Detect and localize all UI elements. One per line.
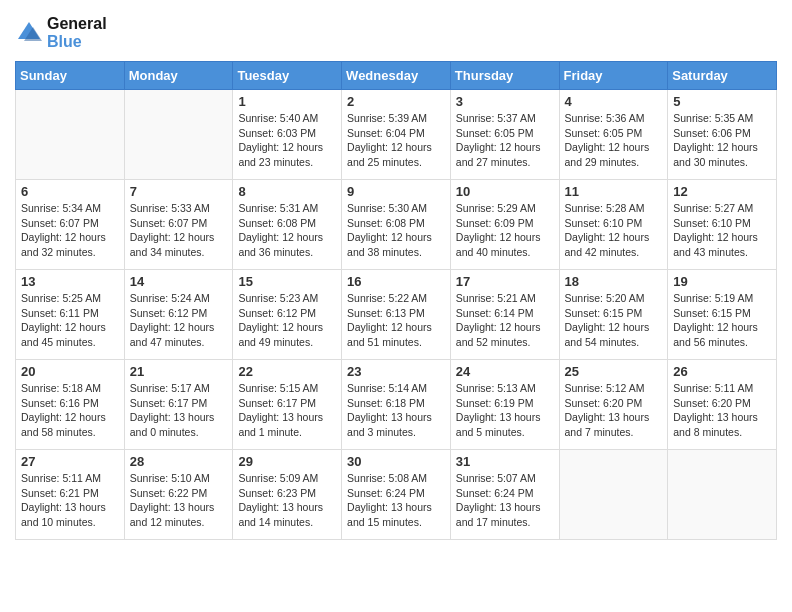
day-detail: Sunrise: 5:09 AMSunset: 6:23 PMDaylight:… bbox=[238, 471, 336, 530]
calendar-cell: 11Sunrise: 5:28 AMSunset: 6:10 PMDayligh… bbox=[559, 180, 668, 270]
calendar-cell: 16Sunrise: 5:22 AMSunset: 6:13 PMDayligh… bbox=[342, 270, 451, 360]
calendar-cell bbox=[668, 450, 777, 540]
day-number: 5 bbox=[673, 94, 771, 109]
day-number: 14 bbox=[130, 274, 228, 289]
day-number: 21 bbox=[130, 364, 228, 379]
calendar-cell: 26Sunrise: 5:11 AMSunset: 6:20 PMDayligh… bbox=[668, 360, 777, 450]
calendar-cell: 15Sunrise: 5:23 AMSunset: 6:12 PMDayligh… bbox=[233, 270, 342, 360]
day-number: 1 bbox=[238, 94, 336, 109]
day-detail: Sunrise: 5:21 AMSunset: 6:14 PMDaylight:… bbox=[456, 291, 554, 350]
day-number: 26 bbox=[673, 364, 771, 379]
calendar-cell: 1Sunrise: 5:40 AMSunset: 6:03 PMDaylight… bbox=[233, 90, 342, 180]
calendar-cell: 31Sunrise: 5:07 AMSunset: 6:24 PMDayligh… bbox=[450, 450, 559, 540]
day-detail: Sunrise: 5:19 AMSunset: 6:15 PMDaylight:… bbox=[673, 291, 771, 350]
calendar-cell: 12Sunrise: 5:27 AMSunset: 6:10 PMDayligh… bbox=[668, 180, 777, 270]
logo-icon bbox=[15, 19, 43, 47]
calendar-cell: 24Sunrise: 5:13 AMSunset: 6:19 PMDayligh… bbox=[450, 360, 559, 450]
day-number: 16 bbox=[347, 274, 445, 289]
day-number: 23 bbox=[347, 364, 445, 379]
calendar-table: SundayMondayTuesdayWednesdayThursdayFrid… bbox=[15, 61, 777, 540]
day-detail: Sunrise: 5:13 AMSunset: 6:19 PMDaylight:… bbox=[456, 381, 554, 440]
day-detail: Sunrise: 5:15 AMSunset: 6:17 PMDaylight:… bbox=[238, 381, 336, 440]
calendar-cell: 25Sunrise: 5:12 AMSunset: 6:20 PMDayligh… bbox=[559, 360, 668, 450]
day-detail: Sunrise: 5:35 AMSunset: 6:06 PMDaylight:… bbox=[673, 111, 771, 170]
day-number: 12 bbox=[673, 184, 771, 199]
day-number: 15 bbox=[238, 274, 336, 289]
calendar-cell: 18Sunrise: 5:20 AMSunset: 6:15 PMDayligh… bbox=[559, 270, 668, 360]
calendar-week-row: 6Sunrise: 5:34 AMSunset: 6:07 PMDaylight… bbox=[16, 180, 777, 270]
day-number: 7 bbox=[130, 184, 228, 199]
calendar-cell: 14Sunrise: 5:24 AMSunset: 6:12 PMDayligh… bbox=[124, 270, 233, 360]
day-header-friday: Friday bbox=[559, 62, 668, 90]
day-number: 28 bbox=[130, 454, 228, 469]
calendar-cell: 3Sunrise: 5:37 AMSunset: 6:05 PMDaylight… bbox=[450, 90, 559, 180]
day-header-sunday: Sunday bbox=[16, 62, 125, 90]
calendar-cell: 19Sunrise: 5:19 AMSunset: 6:15 PMDayligh… bbox=[668, 270, 777, 360]
day-number: 8 bbox=[238, 184, 336, 199]
day-number: 30 bbox=[347, 454, 445, 469]
day-number: 31 bbox=[456, 454, 554, 469]
day-detail: Sunrise: 5:40 AMSunset: 6:03 PMDaylight:… bbox=[238, 111, 336, 170]
calendar-cell: 21Sunrise: 5:17 AMSunset: 6:17 PMDayligh… bbox=[124, 360, 233, 450]
day-detail: Sunrise: 5:20 AMSunset: 6:15 PMDaylight:… bbox=[565, 291, 663, 350]
logo-text: General Blue bbox=[47, 15, 107, 51]
day-detail: Sunrise: 5:31 AMSunset: 6:08 PMDaylight:… bbox=[238, 201, 336, 260]
day-detail: Sunrise: 5:37 AMSunset: 6:05 PMDaylight:… bbox=[456, 111, 554, 170]
calendar-cell: 6Sunrise: 5:34 AMSunset: 6:07 PMDaylight… bbox=[16, 180, 125, 270]
calendar-cell: 8Sunrise: 5:31 AMSunset: 6:08 PMDaylight… bbox=[233, 180, 342, 270]
day-number: 11 bbox=[565, 184, 663, 199]
day-number: 25 bbox=[565, 364, 663, 379]
day-number: 24 bbox=[456, 364, 554, 379]
day-detail: Sunrise: 5:29 AMSunset: 6:09 PMDaylight:… bbox=[456, 201, 554, 260]
calendar-cell: 2Sunrise: 5:39 AMSunset: 6:04 PMDaylight… bbox=[342, 90, 451, 180]
logo: General Blue bbox=[15, 15, 107, 51]
calendar-header-row: SundayMondayTuesdayWednesdayThursdayFrid… bbox=[16, 62, 777, 90]
day-header-saturday: Saturday bbox=[668, 62, 777, 90]
calendar-cell: 7Sunrise: 5:33 AMSunset: 6:07 PMDaylight… bbox=[124, 180, 233, 270]
day-header-monday: Monday bbox=[124, 62, 233, 90]
calendar-cell: 9Sunrise: 5:30 AMSunset: 6:08 PMDaylight… bbox=[342, 180, 451, 270]
day-detail: Sunrise: 5:25 AMSunset: 6:11 PMDaylight:… bbox=[21, 291, 119, 350]
day-detail: Sunrise: 5:18 AMSunset: 6:16 PMDaylight:… bbox=[21, 381, 119, 440]
day-header-wednesday: Wednesday bbox=[342, 62, 451, 90]
day-number: 6 bbox=[21, 184, 119, 199]
day-detail: Sunrise: 5:33 AMSunset: 6:07 PMDaylight:… bbox=[130, 201, 228, 260]
calendar-week-row: 1Sunrise: 5:40 AMSunset: 6:03 PMDaylight… bbox=[16, 90, 777, 180]
day-number: 17 bbox=[456, 274, 554, 289]
day-number: 4 bbox=[565, 94, 663, 109]
calendar-cell: 5Sunrise: 5:35 AMSunset: 6:06 PMDaylight… bbox=[668, 90, 777, 180]
day-number: 19 bbox=[673, 274, 771, 289]
day-number: 27 bbox=[21, 454, 119, 469]
day-number: 2 bbox=[347, 94, 445, 109]
day-detail: Sunrise: 5:08 AMSunset: 6:24 PMDaylight:… bbox=[347, 471, 445, 530]
day-detail: Sunrise: 5:39 AMSunset: 6:04 PMDaylight:… bbox=[347, 111, 445, 170]
day-detail: Sunrise: 5:12 AMSunset: 6:20 PMDaylight:… bbox=[565, 381, 663, 440]
calendar-cell: 23Sunrise: 5:14 AMSunset: 6:18 PMDayligh… bbox=[342, 360, 451, 450]
calendar-cell: 4Sunrise: 5:36 AMSunset: 6:05 PMDaylight… bbox=[559, 90, 668, 180]
day-detail: Sunrise: 5:23 AMSunset: 6:12 PMDaylight:… bbox=[238, 291, 336, 350]
day-detail: Sunrise: 5:30 AMSunset: 6:08 PMDaylight:… bbox=[347, 201, 445, 260]
page-header: General Blue bbox=[15, 15, 777, 51]
day-detail: Sunrise: 5:24 AMSunset: 6:12 PMDaylight:… bbox=[130, 291, 228, 350]
day-detail: Sunrise: 5:11 AMSunset: 6:21 PMDaylight:… bbox=[21, 471, 119, 530]
day-detail: Sunrise: 5:36 AMSunset: 6:05 PMDaylight:… bbox=[565, 111, 663, 170]
day-number: 9 bbox=[347, 184, 445, 199]
day-number: 13 bbox=[21, 274, 119, 289]
day-detail: Sunrise: 5:17 AMSunset: 6:17 PMDaylight:… bbox=[130, 381, 228, 440]
calendar-cell: 13Sunrise: 5:25 AMSunset: 6:11 PMDayligh… bbox=[16, 270, 125, 360]
calendar-week-row: 20Sunrise: 5:18 AMSunset: 6:16 PMDayligh… bbox=[16, 360, 777, 450]
day-number: 22 bbox=[238, 364, 336, 379]
calendar-cell: 29Sunrise: 5:09 AMSunset: 6:23 PMDayligh… bbox=[233, 450, 342, 540]
day-detail: Sunrise: 5:14 AMSunset: 6:18 PMDaylight:… bbox=[347, 381, 445, 440]
day-detail: Sunrise: 5:34 AMSunset: 6:07 PMDaylight:… bbox=[21, 201, 119, 260]
calendar-cell: 20Sunrise: 5:18 AMSunset: 6:16 PMDayligh… bbox=[16, 360, 125, 450]
day-number: 20 bbox=[21, 364, 119, 379]
day-header-tuesday: Tuesday bbox=[233, 62, 342, 90]
day-detail: Sunrise: 5:22 AMSunset: 6:13 PMDaylight:… bbox=[347, 291, 445, 350]
calendar-week-row: 27Sunrise: 5:11 AMSunset: 6:21 PMDayligh… bbox=[16, 450, 777, 540]
calendar-week-row: 13Sunrise: 5:25 AMSunset: 6:11 PMDayligh… bbox=[16, 270, 777, 360]
day-detail: Sunrise: 5:11 AMSunset: 6:20 PMDaylight:… bbox=[673, 381, 771, 440]
calendar-cell: 30Sunrise: 5:08 AMSunset: 6:24 PMDayligh… bbox=[342, 450, 451, 540]
day-number: 10 bbox=[456, 184, 554, 199]
calendar-cell: 28Sunrise: 5:10 AMSunset: 6:22 PMDayligh… bbox=[124, 450, 233, 540]
